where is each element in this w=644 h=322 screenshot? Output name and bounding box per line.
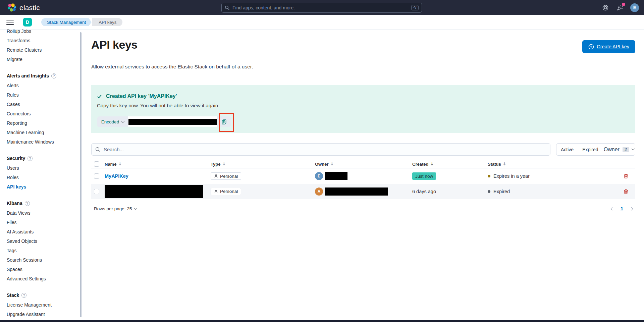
owner-cell: E <box>315 172 412 180</box>
redacted-key-name <box>105 185 203 198</box>
sidebar-item-upgrade-assistant[interactable]: Upgrade Assistant <box>7 310 45 319</box>
copy-key-button[interactable] <box>217 116 231 127</box>
sort-icon: ↕ <box>330 162 333 166</box>
created-badge: Just now <box>412 172 436 180</box>
check-icon <box>97 94 102 99</box>
delete-key-button[interactable] <box>621 187 631 196</box>
chevron-down-icon <box>121 119 125 123</box>
row-checkbox[interactable] <box>94 189 99 194</box>
sidebar-item-alerts[interactable]: Alerts <box>7 81 19 90</box>
status-dot-warning <box>488 175 490 177</box>
sidebar-nav: Rollup Jobs Transforms Remote Clusters M… <box>0 30 82 320</box>
sort-icon: ↕ <box>118 162 121 166</box>
main-content: API keys Create API key Allow external s… <box>82 30 644 320</box>
created-text: 6 days ago <box>412 189 488 194</box>
sidebar-item-api-keys[interactable]: API keys <box>7 182 26 192</box>
sidebar-item-spaces[interactable]: Spaces <box>7 265 22 274</box>
sidebar-item-remote-clusters[interactable]: Remote Clusters <box>7 45 42 55</box>
filter-expired-button[interactable]: Expired <box>578 144 602 155</box>
column-header-owner[interactable]: Owner↕ <box>315 162 412 167</box>
global-header: elastic Find apps, content, and more. ^/ <box>0 0 644 15</box>
notification-dot <box>622 3 625 6</box>
table-toolbar: Search... Active Expired Owner 2 <box>91 143 635 156</box>
sidebar-item-maintenance-windows[interactable]: Maintenance Windows <box>7 137 54 147</box>
sidebar-item-rollup-jobs[interactable]: Rollup Jobs <box>7 30 31 36</box>
column-header-type[interactable]: Type↕ <box>211 162 315 167</box>
sidebar-item-license-management[interactable]: License Management <box>7 300 52 310</box>
page-number[interactable]: 1 <box>621 206 623 211</box>
status-cell: Expires in a year <box>488 173 619 179</box>
key-format-dropdown[interactable]: Encoded <box>97 116 128 127</box>
sidebar-item-advanced-settings[interactable]: Advanced Settings <box>7 274 46 283</box>
status-cell: Expired <box>488 189 619 194</box>
create-api-key-button[interactable]: Create API key <box>582 40 635 53</box>
row-checkbox[interactable] <box>94 173 99 179</box>
api-key-value-field[interactable] <box>128 116 217 127</box>
sidebar-scrollbar[interactable] <box>80 32 82 317</box>
screen: elastic Find apps, content, and more. ^/ <box>0 0 644 322</box>
rows-per-page-selector[interactable]: Rows per page: 25 <box>94 206 137 211</box>
delete-key-button[interactable] <box>621 171 631 181</box>
sidebar-item-data-views[interactable]: Data Views <box>7 208 31 218</box>
filter-owner-button[interactable]: Owner 2 <box>603 144 635 155</box>
redacted-owner-name <box>325 172 347 180</box>
api-key-control: Encoded <box>97 116 231 127</box>
sidebar-item-machine-learning[interactable]: Machine Learning <box>7 128 44 137</box>
column-header-status[interactable]: Status↕ <box>488 162 619 167</box>
breadcrumb-stack-management[interactable]: Stack Management <box>41 18 89 26</box>
owner-avatar: E <box>315 172 323 180</box>
sidebar-item-migrate[interactable]: Migrate <box>7 55 22 64</box>
keyboard-shortcut-hint: ^/ <box>411 5 419 10</box>
sidebar-item-ai-assistants[interactable]: AI Assistants <box>7 227 34 236</box>
sidebar-item-transforms[interactable]: Transforms <box>7 36 30 45</box>
api-keys-table: Name↕ Type↕ Owner↕ Created↓ Status↕ <box>91 160 635 199</box>
column-header-name[interactable]: Name↕ <box>105 162 211 167</box>
sidebar-item-search-sessions[interactable]: Search Sessions <box>7 255 42 265</box>
sidebar-item-cases[interactable]: Cases <box>7 100 20 109</box>
sidebar-item-rules[interactable]: Rules <box>7 90 19 100</box>
search-icon <box>225 5 230 10</box>
callout-title-text: Created API key 'MyAPIKey' <box>106 93 177 99</box>
table-row: Personal A 6 days ago Expired <box>91 184 635 199</box>
help-circle-icon: ? <box>25 201 30 206</box>
space-badge[interactable]: D <box>23 18 32 26</box>
api-key-row: Encoded <box>97 116 231 127</box>
bottom-edge-bar <box>0 320 644 322</box>
help-icon[interactable] <box>601 4 609 12</box>
next-page-button[interactable] <box>630 207 634 211</box>
status-dot-expired <box>488 190 490 193</box>
api-key-name-link[interactable]: MyAPIKey <box>105 173 128 179</box>
user-avatar[interactable]: E <box>630 3 639 12</box>
owner-count-badge: 2 <box>623 147 629 152</box>
copy-icon <box>221 119 227 125</box>
breadcrumb-api-keys: API keys <box>92 18 122 26</box>
table-search-input[interactable]: Search... <box>91 143 550 156</box>
redacted-owner-name <box>325 187 388 196</box>
sidebar-item-saved-objects[interactable]: Saved Objects <box>7 236 37 246</box>
column-header-created[interactable]: Created↓ <box>412 162 488 167</box>
elastic-logo[interactable]: elastic <box>7 3 40 12</box>
callout-body-text: Copy this key now. You will not be able … <box>97 103 630 108</box>
sidebar-item-roles[interactable]: Roles <box>7 173 19 182</box>
help-circle-icon: ? <box>51 73 56 78</box>
previous-page-button[interactable] <box>610 207 614 211</box>
sidebar-item-users[interactable]: Users <box>7 163 19 173</box>
select-all-checkbox[interactable] <box>94 161 99 167</box>
table-header-row: Name↕ Type↕ Owner↕ Created↓ Status↕ <box>91 160 635 168</box>
menu-toggle-button[interactable] <box>6 20 14 25</box>
sidebar-item-connectors[interactable]: Connectors <box>7 109 31 118</box>
global-search-placeholder: Find apps, content, and more. <box>232 5 409 10</box>
global-search-input[interactable]: Find apps, content, and more. ^/ <box>221 3 422 13</box>
section-divider <box>91 75 635 75</box>
plus-circle-icon <box>588 44 594 50</box>
newsfeed-icon[interactable] <box>616 4 624 12</box>
person-icon <box>214 174 218 178</box>
sidebar-item-tags[interactable]: Tags <box>7 246 17 255</box>
filter-active-button[interactable]: Active <box>556 144 578 155</box>
created-key-callout: Created API key 'MyAPIKey' Copy this key… <box>91 85 635 133</box>
sidebar-heading-kibana: Kibana ? <box>7 198 82 208</box>
sidebar-item-reporting[interactable]: Reporting <box>7 118 27 128</box>
sidebar-item-files[interactable]: Files <box>7 218 17 227</box>
sidebar-heading-stack: Stack ? <box>7 290 82 300</box>
chevron-down-icon <box>631 147 635 151</box>
